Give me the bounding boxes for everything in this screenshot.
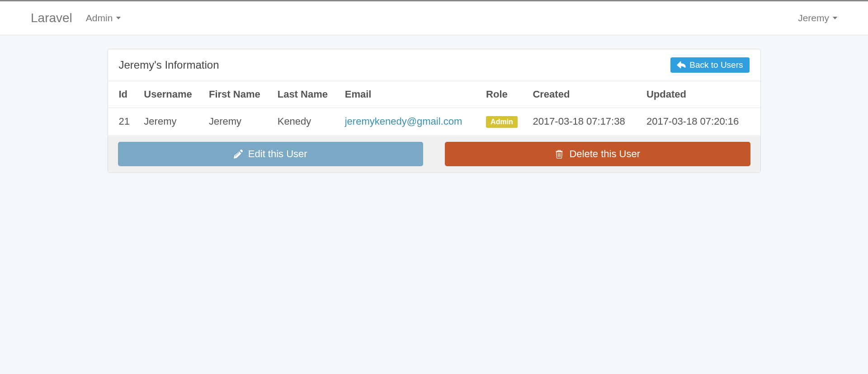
th-role: Role: [486, 81, 533, 108]
th-id: Id: [108, 81, 144, 108]
panel-title: Jeremy's Information: [119, 59, 219, 71]
th-updated: Updated: [646, 81, 760, 108]
pencil-icon: [234, 150, 243, 159]
user-info-panel: Jeremy's Information Back to Users Id Us…: [108, 49, 761, 173]
cell-created: 2017-03-18 07:17:38: [533, 108, 646, 136]
panel-footer: Edit this User Delete this User: [108, 136, 760, 173]
cell-id: 21: [108, 108, 144, 136]
table-row: 21 Jeremy Jeremy Kenedy jeremykenedy@gma…: [108, 108, 760, 136]
delete-user-button[interactable]: Delete this User: [445, 142, 750, 166]
edit-user-button[interactable]: Edit this User: [118, 142, 424, 166]
caret-down-icon: [833, 17, 837, 19]
cell-email: jeremykenedy@gmail.com: [345, 108, 486, 136]
caret-down-icon: [116, 17, 121, 19]
admin-dropdown-label: Admin: [86, 13, 113, 23]
cell-username: Jeremy: [144, 108, 209, 136]
cell-last-name: Kenedy: [278, 108, 345, 136]
th-created: Created: [533, 81, 646, 108]
th-username: Username: [144, 81, 209, 108]
panel-heading: Jeremy's Information Back to Users: [108, 49, 760, 81]
navbar-left: Laravel Admin: [9, 11, 121, 25]
edit-button-label: Edit this User: [248, 148, 307, 160]
reply-icon: [677, 61, 686, 70]
th-last-name: Last Name: [278, 81, 345, 108]
back-to-users-button[interactable]: Back to Users: [670, 57, 749, 73]
cell-first-name: Jeremy: [209, 108, 278, 136]
table-header: Id Username First Name Last Name Email R…: [108, 81, 760, 108]
main-container: Jeremy's Information Back to Users Id Us…: [108, 35, 761, 187]
admin-dropdown[interactable]: Admin: [86, 13, 121, 23]
th-first-name: First Name: [209, 81, 278, 108]
trash-icon: [555, 150, 564, 159]
navbar-right: Jeremy: [798, 13, 859, 23]
email-link[interactable]: jeremykenedy@gmail.com: [345, 116, 462, 127]
delete-button-label: Delete this User: [569, 148, 640, 160]
user-table: Id Username First Name Last Name Email R…: [108, 81, 760, 136]
role-badge: Admin: [486, 116, 518, 128]
navbar: Laravel Admin Jeremy: [0, 0, 868, 35]
user-dropdown[interactable]: Jeremy: [798, 13, 837, 23]
user-dropdown-label: Jeremy: [798, 13, 829, 23]
cell-role: Admin: [486, 108, 533, 136]
brand-link[interactable]: Laravel: [31, 11, 72, 25]
cell-updated: 2017-03-18 07:20:16: [646, 108, 760, 136]
th-email: Email: [345, 81, 486, 108]
back-button-label: Back to Users: [689, 60, 743, 70]
